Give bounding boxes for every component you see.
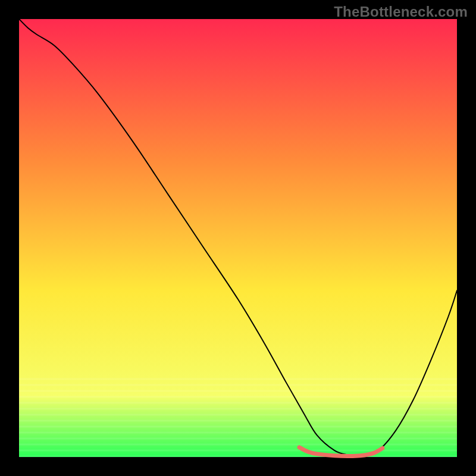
- svg-rect-4: [19, 402, 457, 404]
- watermark-label: TheBottleneck.com: [334, 4, 468, 20]
- svg-rect-12: [19, 450, 457, 452]
- svg-rect-10: [19, 438, 457, 440]
- svg-rect-11: [19, 444, 457, 446]
- bottleneck-chart: [0, 0, 476, 476]
- svg-rect-9: [19, 432, 457, 434]
- chart-frame: TheBottleneck.com: [0, 0, 476, 476]
- svg-rect-5: [19, 408, 457, 410]
- svg-rect-3: [19, 396, 457, 398]
- svg-rect-6: [19, 414, 457, 416]
- svg-rect-8: [19, 426, 457, 428]
- svg-rect-0: [19, 378, 457, 380]
- svg-rect-13: [19, 456, 457, 458]
- svg-rect-2: [19, 390, 457, 392]
- svg-rect-7: [19, 420, 457, 422]
- svg-rect-1: [19, 384, 457, 386]
